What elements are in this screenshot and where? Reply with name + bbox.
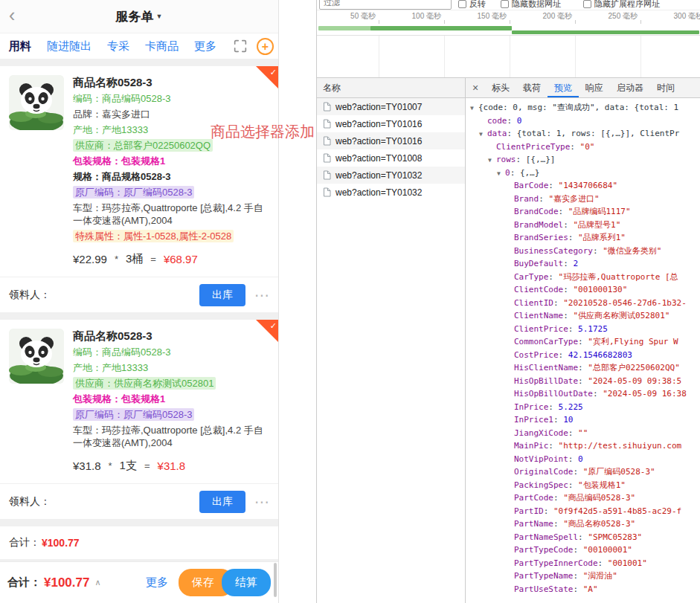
scan-icon[interactable] (232, 38, 248, 54)
tree-line[interactable]: BusinessCategory: "微信业务类别" (466, 245, 700, 258)
tree-line[interactable]: PartNameSpell: "SPMC05283" (466, 531, 700, 544)
add-icon[interactable]: + (257, 38, 274, 55)
tree-line[interactable]: PackingSpec: "包装规格1" (466, 479, 700, 492)
tree-line[interactable]: PartUseState: "A" (466, 583, 700, 596)
request-row[interactable]: web?action=TY01032 (317, 184, 465, 201)
tree-colon: : (568, 428, 578, 438)
tree-line[interactable]: BarCode: "1434706684" (466, 179, 700, 193)
checkbox-icon[interactable] (583, 0, 591, 8)
tree-line[interactable]: PartTypeName: "润滑油" (466, 570, 700, 583)
tree-line[interactable]: CarType: "玛莎拉蒂,Quattroporte [总 (466, 271, 700, 284)
checkbox-icon[interactable] (458, 0, 466, 8)
tree-line[interactable]: ClientName: "供应商名称测试052801" (466, 309, 700, 323)
app-tab[interactable]: 更多 (194, 39, 216, 54)
tree-line[interactable]: ClientID: "20210528-0546-27d6-1b32- (466, 297, 700, 310)
tree-line[interactable]: BuyDefault: 2 (466, 257, 700, 271)
app-tab[interactable]: 卡商品 (145, 39, 179, 54)
app-tab[interactable]: 用料 (9, 39, 31, 54)
product-field-text: 车型：玛莎拉蒂,Quattroporte [总裁],4.2 手自一体变速器(AM… (73, 202, 263, 226)
tree-value: {code: 0, msg: "查询成功", data: {total: 1 (478, 103, 678, 112)
tree-value: "原厂编码0528-3" (583, 467, 655, 477)
filter-checkbox[interactable]: 隐藏扩展程序网址 (583, 0, 660, 10)
tree-line[interactable]: ▼0: {,…} (466, 167, 700, 180)
outbound-button[interactable]: 出库 (199, 284, 245, 306)
tree-line[interactable]: code: 0 (466, 115, 700, 128)
filter-input[interactable] (319, 0, 452, 10)
tree-line[interactable]: ClientPriceType: "0" (466, 141, 700, 154)
tree-line[interactable]: PartID: "0f9f42d5-a591-4b85-ac29-f (466, 505, 700, 518)
tree-line[interactable]: BrandCode: "品牌编码1117" (466, 205, 700, 219)
filter-checkbox[interactable]: 隐藏数据网址 (501, 0, 561, 10)
tree-key: PartID (514, 506, 544, 516)
tree-line[interactable]: InPrice: 5.225 (466, 401, 700, 414)
tree-line[interactable]: MainPic: "http://test.sihuiyun.com (466, 439, 700, 453)
more-options-icon[interactable]: ⋯ (254, 286, 269, 304)
product-card[interactable]: ✓ 商品名称0528-3编码：商品编码0528-3产地：产地13333供应商：供… (0, 320, 278, 483)
tree-line[interactable]: PartCode: "商品编码0528-3" (466, 491, 700, 505)
tree-line[interactable]: ClientPrice: 5.1725 (466, 323, 700, 336)
request-row[interactable]: web?action=TY01016 (317, 115, 465, 132)
tree-line[interactable]: BrandSeries: "品牌系列1" (466, 231, 700, 245)
tree-line[interactable]: HisOpBillDate: "2024-05-09 09:38:5 (466, 375, 700, 388)
tree-line[interactable]: PartTypeInnerCode: "001001" (466, 557, 700, 570)
expand-arrow-icon[interactable]: ▼ (479, 128, 487, 141)
expand-arrow-icon[interactable]: ▼ (497, 167, 505, 180)
expand-arrow-icon[interactable]: ▼ (470, 102, 478, 115)
filter-checkbox[interactable]: 反转 (458, 0, 486, 10)
outbound-button[interactable]: 出库 (199, 491, 245, 513)
tree-value: "微信业务类别" (603, 246, 661, 256)
collapse-icon[interactable]: ∧ (94, 578, 100, 587)
details-tab[interactable]: 响应 (579, 78, 610, 97)
tree-line[interactable]: CommonCarType: "宾利,Flying Spur W (466, 335, 700, 349)
more-options-icon[interactable]: ⋯ (254, 493, 269, 511)
tree-line[interactable]: ▼rows: [{,…}] (466, 153, 700, 167)
tree-line[interactable]: InPrice1: 10 (466, 413, 700, 427)
product-card[interactable]: ✓ 商品名称0528-3编码：商品编码0528-3品牌：嘉实多进口产地：产地13… (0, 66, 278, 277)
request-row[interactable]: web?action=TY01016 (317, 132, 465, 149)
request-row[interactable]: web?action=TY01032 (317, 167, 465, 184)
caret-down-icon[interactable]: ▼ (156, 13, 163, 20)
tree-line[interactable]: ▼{code: 0, msg: "查询成功", data: {total: 1 (466, 101, 700, 115)
checkbox-icon[interactable] (501, 0, 509, 8)
name-column-header[interactable]: 名称 (317, 78, 465, 98)
tree-line[interactable]: CostPrice: 42.1546682803 (466, 349, 700, 362)
tree-line[interactable]: Brand: "嘉实多进口" (466, 193, 700, 206)
details-tab[interactable]: 标头 (485, 78, 516, 97)
tree-key: PartTypeInnerCode (514, 558, 598, 568)
tree-colon: : (563, 285, 573, 294)
tree-line[interactable]: ClientCode: "001000130" (466, 283, 700, 297)
details-tab[interactable]: 载荷 (516, 78, 548, 97)
tree-line[interactable]: BrandModel: "品牌型号1" (466, 219, 700, 232)
details-tab[interactable]: 启动器 (610, 78, 650, 97)
checkbox-label: 反转 (469, 0, 486, 10)
request-row[interactable]: web?action=TY01008 (317, 149, 465, 167)
request-row[interactable]: web?action=TY01007 (317, 98, 465, 115)
close-icon[interactable]: × (466, 78, 485, 97)
panda-image (9, 329, 64, 384)
selected-badge[interactable]: ✓ (256, 320, 278, 342)
tree-line[interactable]: PartName: "商品名称0528-3" (466, 517, 700, 531)
tree-line[interactable]: HisClientName: "总部客户02250602QQ" (466, 361, 700, 375)
timeline-overview[interactable] (317, 24, 700, 36)
tree-line[interactable]: JiangXiCode: "" (466, 427, 700, 440)
selected-badge[interactable]: ✓ (256, 66, 278, 88)
tree-line[interactable]: HisOpBillOutDate: "2024-05-09 16:38 (466, 387, 700, 401)
tree-key: BusinessCategory (514, 246, 593, 256)
app-tab[interactable]: 随进随出 (47, 39, 91, 54)
tree-line[interactable]: OriginalCode: "原厂编码0528-3" (466, 465, 700, 479)
details-tab[interactable]: 预览 (548, 78, 579, 97)
tree-line[interactable]: NotVipPoint: 0 (466, 453, 700, 466)
tree-value: "001000130" (573, 285, 627, 294)
tree-line[interactable]: PartTypeCode: "00100001" (466, 544, 700, 557)
tree-line[interactable]: ▼data: {total: 1, rows: [{,…}], ClientPr (466, 127, 700, 141)
settle-button[interactable]: 结算 (222, 569, 271, 596)
more-link[interactable]: 更多 (146, 575, 168, 590)
back-icon[interactable]: ‹ (9, 4, 15, 26)
tree-value: "商品名称0528-3" (563, 519, 635, 529)
scrollbar[interactable] (274, 563, 277, 597)
details-tab[interactable]: 时间 (650, 78, 681, 97)
app-tab[interactable]: 专采 (107, 39, 129, 54)
expand-arrow-icon[interactable]: ▼ (488, 154, 496, 167)
tick-label: 200 毫秒 (521, 11, 572, 22)
multiply-sign: * (109, 460, 112, 471)
